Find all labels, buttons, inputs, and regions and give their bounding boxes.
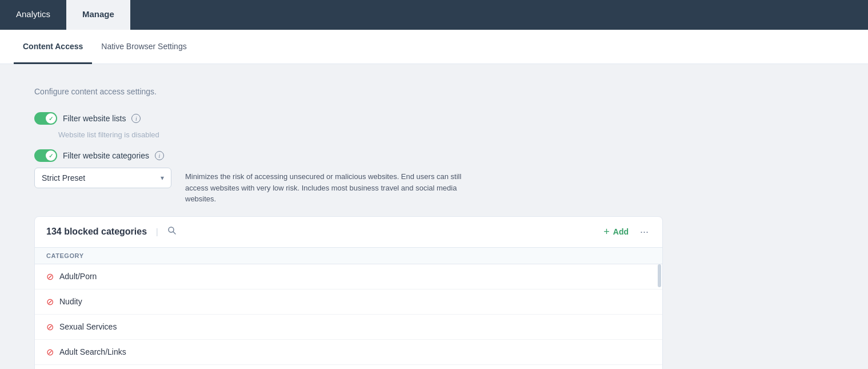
search-icon[interactable] [167, 226, 177, 237]
table-row: ⊘ Dating [35, 365, 662, 370]
preset-description: Minimizes the risk of accessing unsecure… [185, 168, 471, 205]
block-icon: ⊘ [46, 322, 54, 332]
block-icon: ⊘ [46, 296, 54, 307]
block-icon: ⊘ [46, 347, 54, 358]
scrollbar[interactable] [658, 264, 661, 287]
filter-website-categories-toggle[interactable]: ✓ [34, 149, 57, 162]
category-name: Nudity [59, 297, 82, 306]
top-nav-tab-manage[interactable]: Manage [66, 0, 130, 30]
sub-nav-tab-content-access[interactable]: Content Access [14, 30, 92, 64]
add-plus-icon: + [603, 226, 610, 238]
panel-header-right: + Add ··· [603, 226, 651, 238]
filter-website-categories-row: ✓ Filter website categories i [34, 149, 766, 162]
categories-table[interactable]: ⊘ Adult/Porn ⊘ Nudity ⊘ Sexual Services … [35, 264, 662, 370]
block-icon: ⊘ [46, 271, 54, 282]
table-row: ⊘ Adult/Porn [35, 264, 662, 289]
category-name: Adult Search/Links [59, 347, 126, 356]
panel-title: 134 blocked categories [46, 227, 147, 237]
category-name: Adult/Porn [59, 272, 97, 281]
chevron-down-icon: ▾ [161, 174, 164, 182]
add-button[interactable]: + Add [603, 226, 629, 238]
filter-website-lists-label: Filter website lists [63, 114, 126, 123]
panel-divider: | [156, 227, 158, 236]
filter-website-lists-row: ✓ Filter website lists i [34, 112, 766, 125]
blocked-categories-panel: 134 blocked categories | + Add ··· CATEG… [34, 216, 663, 370]
filter-website-lists-subtext: Website list filtering is disabled [58, 130, 766, 139]
preset-dropdown[interactable]: Strict Preset ▾ [34, 168, 171, 188]
top-nav-tab-analytics[interactable]: Analytics [0, 0, 66, 30]
table-column-header: CATEGORY [35, 248, 662, 264]
add-label: Add [613, 227, 629, 236]
filter-website-lists-info-icon[interactable]: i [131, 114, 141, 123]
panel-header-left: 134 blocked categories | [46, 226, 177, 237]
preset-dropdown-value: Strict Preset [42, 173, 85, 182]
toggle-check-icon-2: ✓ [49, 153, 53, 159]
sub-nav-tab-native-browser[interactable]: Native Browser Settings [92, 30, 195, 64]
sub-nav: Content Access Native Browser Settings [0, 30, 868, 64]
filter-website-lists-toggle[interactable]: ✓ [34, 112, 57, 125]
page-description: Configure content access settings. [34, 87, 766, 96]
svg-line-1 [173, 232, 175, 234]
filter-website-categories-info-icon[interactable]: i [155, 151, 164, 160]
toggle-check-icon: ✓ [49, 116, 53, 122]
top-nav: Analytics Manage [0, 0, 868, 30]
table-row: ⊘ Sexual Services [35, 315, 662, 340]
main-content: Configure content access settings. ✓ Fil… [0, 64, 800, 369]
more-options-button[interactable]: ··· [638, 226, 651, 238]
filter-website-categories-label: Filter website categories [63, 151, 149, 160]
panel-header: 134 blocked categories | + Add ··· [35, 217, 662, 248]
category-name: Sexual Services [59, 322, 117, 331]
table-row: ⊘ Adult Search/Links [35, 340, 662, 365]
dropdown-container: Strict Preset ▾ Minimizes the risk of ac… [34, 168, 766, 205]
table-row: ⊘ Nudity [35, 289, 662, 315]
